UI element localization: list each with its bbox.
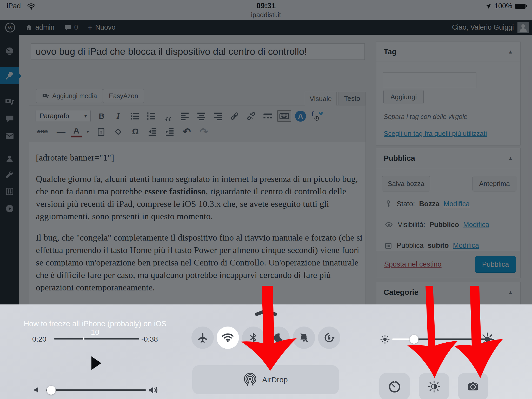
edit-status-link[interactable]: Modifica (444, 200, 470, 208)
add-tag-button[interactable]: Aggiungi (383, 90, 424, 104)
shortcode-line: [adrotate banner="1"] (36, 151, 363, 164)
numbered-list-button[interactable] (144, 110, 159, 122)
safari-url[interactable]: ipaddisti.it (0, 11, 532, 19)
undo-button[interactable]: ↶ (179, 126, 194, 137)
toggle-wifi[interactable] (217, 327, 239, 349)
paragraph-1: Qualche giorno fa, alcuni utenti hanno s… (36, 172, 363, 222)
horizontal-rule-button[interactable]: — (54, 126, 68, 137)
strikethrough-button[interactable]: ABC (34, 126, 51, 137)
bell-slash-icon (298, 332, 310, 344)
move-to-trash-link[interactable]: Sposta nel cestino (384, 260, 442, 268)
toolbar-toggle-button[interactable] (277, 110, 291, 122)
special-character-button[interactable]: Ω (128, 126, 143, 137)
timer-button[interactable] (379, 373, 410, 399)
envelope-icon (4, 131, 15, 141)
schedule-value: subito (428, 242, 449, 250)
publish-panel-header[interactable]: Pubblica ▲ (376, 148, 520, 168)
publish-button[interactable]: Pubblica (475, 256, 516, 273)
wp-logo-menu[interactable]: W (0, 20, 20, 35)
unlink-button[interactable] (244, 110, 258, 122)
collapse-icon[interactable]: ▲ (508, 49, 513, 55)
outdent-button[interactable] (145, 126, 160, 137)
indent-button[interactable] (162, 126, 177, 137)
status-label: Stato: (397, 200, 415, 208)
blockquote-button[interactable]: “ (161, 110, 175, 128)
edit-visibility-link[interactable]: Modifica (463, 221, 489, 229)
easyazon-button[interactable]: EasyAzon (103, 89, 144, 103)
playback-progress-knob[interactable] (83, 337, 84, 340)
italic-button[interactable]: I (111, 110, 125, 122)
avatar[interactable] (517, 22, 529, 33)
publish-button-label: Pubblica (482, 261, 509, 269)
tab-visual[interactable]: Visuale (305, 92, 337, 105)
admin-bar-comments[interactable]: 0 (59, 20, 83, 35)
toggle-mute[interactable] (293, 327, 315, 349)
clear-formatting-button[interactable] (111, 126, 125, 137)
wordpress-logo-icon: W (5, 22, 16, 33)
tag-panel-header[interactable]: Tag ▲ (376, 42, 520, 62)
sidebar-item-mail[interactable] (0, 127, 19, 144)
howdy-greeting[interactable]: Ciao, Valerio Guiggi (452, 23, 514, 31)
bullet-list-button[interactable] (128, 110, 142, 122)
play-button[interactable] (91, 356, 101, 370)
sidebar-item-video[interactable] (0, 200, 19, 217)
tag-hint: Separa i tag con delle virgole (384, 113, 467, 121)
collapse-icon[interactable]: ▲ (508, 155, 513, 161)
volume-knob[interactable] (47, 386, 56, 395)
control-center-handle[interactable] (249, 307, 283, 319)
editor-content[interactable]: [adrotate banner="1"] Qualche giorno fa,… (36, 151, 363, 324)
facebook-icon: f (311, 110, 314, 118)
comments-count: 0 (74, 23, 78, 31)
admin-bar-new[interactable]: + Nuovo (83, 20, 120, 35)
post-title-input[interactable] (31, 43, 365, 60)
admin-bar-site[interactable]: admin (20, 20, 59, 35)
save-draft-button[interactable]: Salva bozza (382, 176, 430, 191)
collapse-icon[interactable]: ▲ (508, 289, 513, 295)
add-media-button[interactable]: Aggiungi media (36, 89, 103, 103)
airdrop-button[interactable]: AirDrop (192, 365, 339, 394)
airdrop-label: AirDrop (262, 376, 288, 384)
volume-min-icon (33, 385, 43, 395)
volume-slider[interactable] (46, 389, 146, 391)
align-center-button[interactable] (194, 110, 209, 122)
sidebar-item-settings[interactable] (0, 183, 19, 200)
paragraph-label: Paragrafo (39, 112, 69, 120)
toggle-airplane-mode[interactable] (191, 327, 214, 349)
tab-text-label: Testo (344, 95, 360, 103)
toggle-bluetooth[interactable] (242, 327, 264, 349)
align-left-button[interactable] (177, 110, 192, 122)
camera-button[interactable] (458, 373, 488, 399)
camera-icon (465, 379, 481, 394)
appstore-plugin-button[interactable]: A (293, 110, 308, 122)
bold-button[interactable]: B (94, 110, 109, 122)
playback-progress-bar[interactable] (54, 338, 139, 340)
editor-toolbar: Paragrafo ▾ B I “ (29, 105, 365, 142)
brightness-knob[interactable] (410, 335, 418, 344)
sidebar-item-tools[interactable] (0, 166, 19, 183)
sidebar-item-dashboard[interactable] (0, 43, 19, 60)
tab-text[interactable]: Testo (338, 92, 366, 105)
sidebar-item-media[interactable] (0, 93, 19, 110)
night-shift-button[interactable] (419, 373, 449, 399)
tag-input[interactable] (383, 72, 476, 88)
toggle-do-not-disturb[interactable] (267, 327, 290, 349)
edit-schedule-link[interactable]: Modifica (453, 242, 479, 250)
redo-button[interactable]: ↷ (197, 126, 211, 137)
text-color-caret[interactable]: ▾ (84, 126, 91, 137)
toggle-rotation-lock[interactable] (318, 327, 340, 349)
sidebar-item-comments[interactable] (0, 110, 19, 127)
categories-panel-header[interactable]: Categorie ▲ (376, 282, 520, 302)
social-share-plugin-button[interactable]: f (310, 110, 324, 122)
choose-tags-link[interactable]: Scegli un tag fra quelli più utilizzati (384, 130, 487, 138)
save-draft-label: Salva bozza (388, 180, 424, 188)
read-more-button[interactable] (261, 110, 275, 122)
align-right-button[interactable] (211, 110, 225, 122)
paragraph-format-select[interactable]: Paragrafo ▾ (36, 110, 91, 122)
link-button[interactable] (227, 110, 242, 122)
preview-button[interactable]: Anteprima (473, 176, 516, 191)
sidebar-item-users[interactable] (0, 150, 19, 167)
brightness-slider[interactable] (392, 338, 492, 340)
sidebar-item-posts[interactable] (0, 67, 19, 84)
paste-as-text-button[interactable] (94, 126, 108, 137)
text-color-button[interactable]: A (71, 126, 82, 137)
